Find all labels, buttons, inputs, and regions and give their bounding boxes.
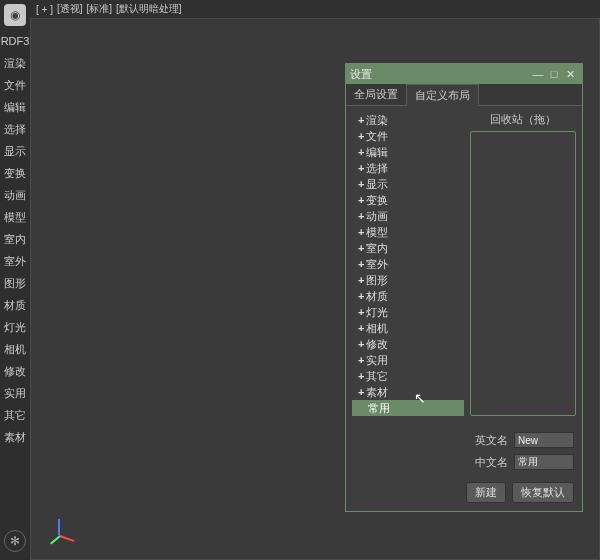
- expand-icon: +: [358, 322, 364, 334]
- tree-item[interactable]: +实用: [352, 352, 464, 368]
- english-name-label: 英文名: [475, 433, 508, 448]
- tree-item[interactable]: +图形: [352, 272, 464, 288]
- tree-item[interactable]: +材质: [352, 288, 464, 304]
- sidebar-item[interactable]: 实用: [4, 386, 26, 400]
- sidebar-item[interactable]: 材质: [4, 298, 26, 312]
- expand-icon: +: [358, 306, 364, 318]
- tree-item[interactable]: +渲染: [352, 112, 464, 128]
- gear-icon[interactable]: ✻: [4, 530, 26, 552]
- dialog-title-text: 设置: [350, 67, 372, 82]
- tab-custom-layout[interactable]: 自定义布局: [406, 84, 479, 106]
- tree-item[interactable]: +素材: [352, 384, 464, 400]
- app-logo-icon: ◉: [4, 4, 26, 26]
- close-icon[interactable]: ✕: [562, 68, 578, 81]
- sidebar-item[interactable]: 图形: [4, 276, 26, 290]
- sidebar-item[interactable]: 动画: [4, 188, 26, 202]
- expand-icon: +: [358, 130, 364, 142]
- sidebar-item[interactable]: 模型: [4, 210, 26, 224]
- tree-item[interactable]: +室外: [352, 256, 464, 272]
- sidebar-item[interactable]: 文件: [4, 78, 26, 92]
- sidebar-item[interactable]: 编辑: [4, 100, 26, 114]
- sidebar-item[interactable]: RDF3: [1, 34, 30, 48]
- expand-icon: +: [358, 178, 364, 190]
- minimize-icon[interactable]: —: [530, 68, 546, 80]
- tree-item[interactable]: +动画: [352, 208, 464, 224]
- tree-item[interactable]: +其它: [352, 368, 464, 384]
- maximize-icon[interactable]: □: [546, 68, 562, 80]
- recycle-dropzone[interactable]: [470, 131, 576, 416]
- tree-item[interactable]: +模型: [352, 224, 464, 240]
- dialog-titlebar[interactable]: 设置 — □ ✕: [346, 64, 582, 84]
- viewport-label-bar: [ + ] [透视] [标准] [默认明暗处理]: [30, 0, 600, 18]
- expand-icon: +: [358, 146, 364, 158]
- viewport-tag[interactable]: [ + ]: [36, 4, 53, 15]
- tab-global[interactable]: 全局设置: [346, 84, 406, 105]
- axis-gizmo-icon: [45, 519, 75, 549]
- expand-icon: +: [358, 386, 364, 398]
- tree-item[interactable]: +编辑: [352, 144, 464, 160]
- chinese-name-input[interactable]: [514, 454, 574, 470]
- expand-icon: +: [358, 210, 364, 222]
- tree-item[interactable]: +室内: [352, 240, 464, 256]
- sidebar-item[interactable]: 修改: [4, 364, 26, 378]
- expand-icon: +: [358, 290, 364, 302]
- category-tree: +渲染 +文件 +编辑 +选择 +显示 +变换 +动画 +模型 +室内 +室外 …: [352, 112, 464, 416]
- sidebar-item[interactable]: 室外: [4, 254, 26, 268]
- tab-bar: 全局设置 自定义布局: [346, 84, 582, 106]
- expand-icon: +: [358, 162, 364, 174]
- tree-item-selected[interactable]: 常用: [352, 400, 464, 416]
- tree-item[interactable]: +变换: [352, 192, 464, 208]
- sidebar-item[interactable]: 选择: [4, 122, 26, 136]
- expand-icon: +: [358, 258, 364, 270]
- chinese-name-label: 中文名: [475, 455, 508, 470]
- expand-icon: +: [358, 242, 364, 254]
- tree-item[interactable]: +文件: [352, 128, 464, 144]
- sidebar-item[interactable]: 显示: [4, 144, 26, 158]
- tree-item[interactable]: +相机: [352, 320, 464, 336]
- tree-item[interactable]: +选择: [352, 160, 464, 176]
- viewport-tag[interactable]: [透视]: [57, 2, 83, 16]
- reset-button[interactable]: 恢复默认: [512, 482, 574, 503]
- new-button[interactable]: 新建: [466, 482, 506, 503]
- expand-icon: +: [358, 370, 364, 382]
- recycle-label: 回收站（拖）: [470, 112, 576, 127]
- expand-icon: +: [358, 274, 364, 286]
- expand-icon: +: [358, 226, 364, 238]
- viewport-tag[interactable]: [标准]: [87, 2, 113, 16]
- sidebar-item[interactable]: 渲染: [4, 56, 26, 70]
- sidebar-item[interactable]: 变换: [4, 166, 26, 180]
- settings-dialog: 设置 — □ ✕ 全局设置 自定义布局 +渲染 +文件 +编辑 +选择 +显示 …: [345, 63, 583, 512]
- tree-item[interactable]: +灯光: [352, 304, 464, 320]
- sidebar-item[interactable]: 素材: [4, 430, 26, 444]
- expand-icon: +: [358, 354, 364, 366]
- english-name-input[interactable]: [514, 432, 574, 448]
- expand-icon: +: [358, 114, 364, 126]
- viewport-tag[interactable]: [默认明暗处理]: [116, 2, 182, 16]
- sidebar-item[interactable]: 灯光: [4, 320, 26, 334]
- expand-icon: +: [358, 338, 364, 350]
- sidebar-item[interactable]: 其它: [4, 408, 26, 422]
- sidebar-item[interactable]: 相机: [4, 342, 26, 356]
- sidebar-item[interactable]: 室内: [4, 232, 26, 246]
- tree-item[interactable]: +显示: [352, 176, 464, 192]
- sidebar: ◉ RDF3 渲染 文件 编辑 选择 显示 变换 动画 模型 室内 室外 图形 …: [0, 0, 30, 560]
- expand-icon: +: [358, 194, 364, 206]
- tree-item[interactable]: +修改: [352, 336, 464, 352]
